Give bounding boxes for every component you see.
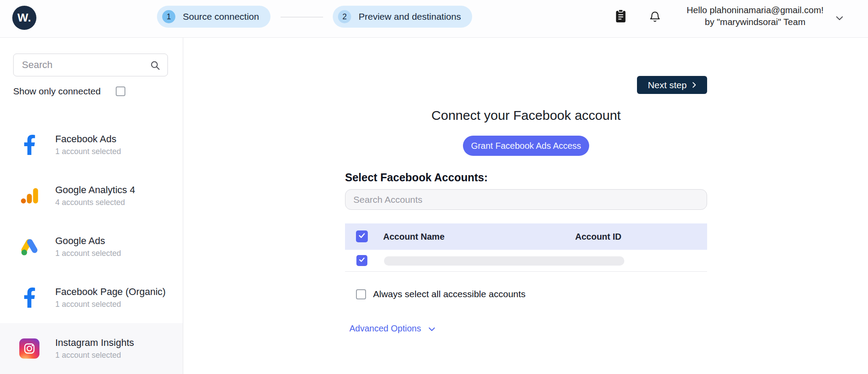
next-step-button[interactable]: Next step xyxy=(637,76,707,94)
connector-name: Google Ads xyxy=(55,235,121,247)
chevron-right-icon xyxy=(692,80,696,90)
show-only-connected-label: Show only connected xyxy=(13,86,101,97)
instagram-icon xyxy=(19,338,39,359)
column-header-account-id: Account ID xyxy=(575,232,622,242)
checkmark-icon xyxy=(358,231,366,241)
always-select-all-checkbox[interactable] xyxy=(356,289,366,299)
sidebar-item-google-analytics-4[interactable]: Google Analytics 4 4 accounts selected xyxy=(0,170,183,221)
sidebar-item-facebook-ads[interactable]: Facebook Ads 1 account selected xyxy=(0,119,183,170)
sidebar-item-facebook-page-organic[interactable]: Facebook Page (Organic) 1 account select… xyxy=(0,272,183,323)
google-analytics-icon xyxy=(19,186,39,206)
greeting-line1: Hello plahoninamaria@gmail.com! xyxy=(677,4,833,16)
notifications-button[interactable] xyxy=(646,8,664,26)
accounts-search xyxy=(345,189,707,210)
main-content: Next step Connect your Facebook account … xyxy=(184,38,868,374)
select-all-checkbox[interactable] xyxy=(356,230,368,242)
connector-name: Facebook Ads xyxy=(55,133,121,145)
account-greeting[interactable]: Hello plahoninamaria@gmail.com! by "mary… xyxy=(677,4,833,28)
next-step-label: Next step xyxy=(648,80,687,90)
account-menu-chevron-down-icon[interactable] xyxy=(836,14,843,19)
search-icon xyxy=(150,60,160,71)
connector-name: Facebook Page (Organic) xyxy=(55,286,166,298)
step-label: Source connection xyxy=(183,11,259,22)
top-bar: W. 1 Source connection 2 Preview and des… xyxy=(0,0,868,38)
facebook-icon xyxy=(19,135,39,155)
sidebar-item-google-ads[interactable]: Google Ads 1 account selected xyxy=(0,221,183,272)
account-table-row[interactable] xyxy=(345,250,707,272)
google-ads-icon xyxy=(19,237,39,257)
select-accounts-heading: Select Facebook Accounts: xyxy=(345,171,488,184)
step-connector-line xyxy=(281,17,323,18)
sidebar-item-instagram-insights[interactable]: Instagram Insights 1 account selected xyxy=(0,323,183,374)
accounts-table-header: Account Name Account ID xyxy=(345,223,707,250)
connector-status: 1 account selected xyxy=(55,300,166,309)
step-source-connection[interactable]: 1 Source connection xyxy=(157,6,270,28)
clipboard-icon xyxy=(614,9,627,25)
page-title: Connect your Facebook account xyxy=(351,108,701,123)
advanced-options-toggle[interactable]: Advanced Options xyxy=(349,324,435,334)
account-row-checkbox[interactable] xyxy=(356,255,367,266)
connector-status: 1 account selected xyxy=(55,249,121,258)
advanced-options-label: Advanced Options xyxy=(349,324,421,334)
step-number-badge: 1 xyxy=(162,10,175,23)
sidebar-search xyxy=(13,54,168,76)
chevron-down-icon xyxy=(428,324,435,334)
connector-status: 1 account selected xyxy=(55,351,134,360)
connectors-sidebar: Show only connected Facebook Ads 1 accou… xyxy=(0,38,183,374)
step-number-badge: 2 xyxy=(338,10,351,23)
facebook-icon xyxy=(19,288,39,308)
windsor-logo[interactable]: W. xyxy=(12,6,36,30)
always-select-all-label: Always select all accessible accounts xyxy=(373,289,526,299)
connector-status: 1 account selected xyxy=(55,147,121,156)
greeting-line2: by "marywindsorai" Team xyxy=(677,16,833,28)
show-only-connected-checkbox[interactable] xyxy=(116,86,125,96)
step-preview-destinations[interactable]: 2 Preview and destinations xyxy=(333,6,472,28)
grant-facebook-ads-access-button[interactable]: Grant Facebook Ads Access xyxy=(463,136,589,156)
redacted-account-name xyxy=(384,256,624,266)
notification-bell-icon xyxy=(649,10,661,25)
column-header-account-name: Account Name xyxy=(383,232,445,242)
connector-status: 4 accounts selected xyxy=(55,198,135,207)
connector-name: Instagram Insights xyxy=(55,337,134,349)
checkmark-icon xyxy=(358,256,366,265)
logo-text: W. xyxy=(18,11,31,25)
connector-name: Google Analytics 4 xyxy=(55,184,135,196)
clipboard-button[interactable] xyxy=(612,8,630,25)
accounts-search-input[interactable] xyxy=(345,190,707,209)
step-label: Preview and destinations xyxy=(359,11,461,22)
sidebar-search-input[interactable] xyxy=(14,54,167,76)
